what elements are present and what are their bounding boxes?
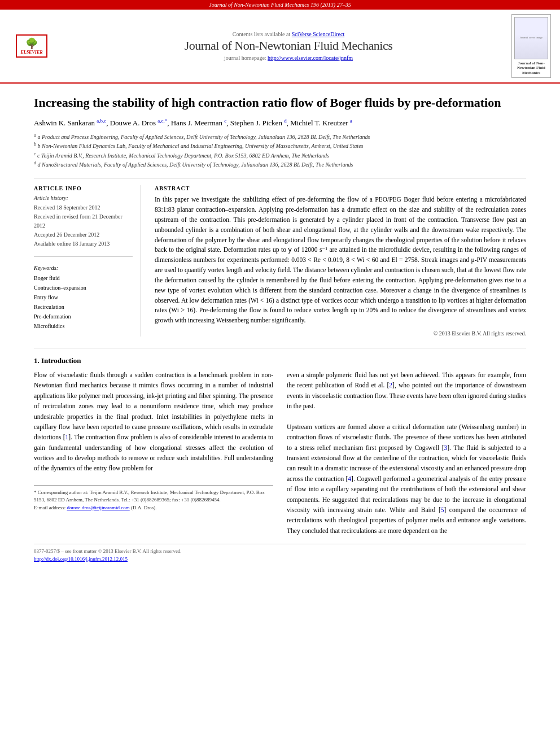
email-link[interactable]: douwe.dros@teijinaramid.com bbox=[67, 505, 129, 510]
abstract-text: In this paper we investigate the stabili… bbox=[155, 195, 526, 326]
journal-thumbnail: Journal cover image Journal of Non-Newto… bbox=[511, 14, 551, 78]
affiliation-b: b b Non-Newtonian Fluid Dynamics Lab, Fa… bbox=[34, 141, 526, 150]
abstract-section: ABSTRACT In this paper we investigate th… bbox=[155, 185, 526, 337]
intro-text-right: even a simple polymeric fluid has not ye… bbox=[287, 370, 526, 536]
keyword-2: Contraction–expansion bbox=[34, 283, 133, 292]
author-1: Ashwin K. Sankaran a,b,c bbox=[34, 119, 106, 127]
thumb-title: Journal of Non-Newtonian Fluid Mechanics bbox=[514, 61, 548, 75]
elsevier-label: ELSEVIER bbox=[20, 50, 42, 55]
keyword-1: Boger fluid bbox=[34, 273, 133, 283]
affiliations: a a Product and Process Engineering, Fac… bbox=[34, 132, 526, 169]
ref-2[interactable]: 2 bbox=[389, 382, 392, 388]
journal-citation-bar: Journal of Non-Newtonian Fluid Mechanics… bbox=[0, 0, 560, 10]
affiliation-a: a a Product and Process Engineering, Fac… bbox=[34, 132, 526, 141]
keyword-5: Pre-deformation bbox=[34, 312, 133, 321]
article-info-abstract: ARTICLE INFO Article history: Received 1… bbox=[34, 178, 526, 337]
article-info-label: ARTICLE INFO bbox=[34, 185, 133, 191]
ref-3[interactable]: 3 bbox=[444, 444, 447, 451]
sciverse-link[interactable]: SciVerse ScienceDirect bbox=[292, 31, 345, 37]
article-info-panel: ARTICLE INFO Article history: Received 1… bbox=[34, 185, 141, 337]
journal-title: Journal of Non-Newtonian Fluid Mechanics bbox=[65, 38, 511, 53]
affiliation-c: c c Teijin Aramid B.V., Research Institu… bbox=[34, 151, 526, 160]
thumb-image: Journal cover image bbox=[514, 17, 548, 59]
elsevier-logo: 🌳 ELSEVIER bbox=[9, 34, 54, 58]
intro-text-left: Flow of viscoelastic fluids through a su… bbox=[34, 370, 273, 474]
affiliation-d: d d NanoStructured Materials, Faculty of… bbox=[34, 160, 526, 169]
section-divider bbox=[34, 348, 526, 348]
keyword-6: Microfluidics bbox=[34, 321, 133, 331]
bottom-bar: 0377-0257/$ – see front matter © 2013 El… bbox=[34, 544, 526, 563]
intro-header: 1. Introduction bbox=[34, 356, 526, 365]
keywords-section: Keywords: Boger fluid Contraction–expans… bbox=[34, 265, 133, 331]
journal-header: 🌳 ELSEVIER Contents lists available at S… bbox=[0, 10, 560, 84]
doi-text: http://dx.doi.org/10.1016/j.jnnfm.2012.1… bbox=[34, 556, 526, 563]
citation-text: Journal of Non-Newtonian Fluid Mechanics… bbox=[209, 2, 351, 8]
keyword-3: Entry flow bbox=[34, 292, 133, 302]
paper-title: Increasing the stability of high contrac… bbox=[34, 95, 526, 111]
author-4: Stephen J. Picken d bbox=[230, 119, 287, 127]
ref-1[interactable]: 1 bbox=[65, 434, 69, 440]
journal-homepage: journal homepage: http://www.elsevier.co… bbox=[65, 55, 511, 61]
author-3: Hans J. Meerman c bbox=[171, 119, 227, 127]
header-center: Contents lists available at SciVerse Sci… bbox=[65, 31, 511, 61]
footnote-section: * Corresponding author at: Teijin Aramid… bbox=[34, 485, 273, 512]
ref-5[interactable]: 5 bbox=[441, 506, 444, 513]
body-col-left: Flow of viscoelastic fluids through a su… bbox=[34, 370, 273, 536]
footnote-corresponding: * Corresponding author at: Teijin Aramid… bbox=[34, 489, 273, 504]
issn-text: 0377-0257/$ – see front matter © 2013 El… bbox=[34, 548, 526, 556]
author-2: Douwe A. Dros a,c,* bbox=[110, 119, 168, 127]
history-received: Received 18 September 2012 bbox=[34, 203, 133, 212]
history-revised: Received in revised form 21 December 201… bbox=[34, 212, 133, 230]
body-two-column: Flow of viscoelastic fluids through a su… bbox=[34, 370, 526, 536]
footnote-email: E-mail address: douwe.dros@teijinaramid.… bbox=[34, 504, 273, 512]
article-history: Article history: Received 18 September 2… bbox=[34, 195, 133, 248]
history-label: Article history: bbox=[34, 195, 133, 201]
history-online: Available online 18 January 2013 bbox=[34, 239, 133, 248]
body-col-right: even a simple polymeric fluid has not ye… bbox=[287, 370, 526, 536]
doi-link[interactable]: http://dx.doi.org/10.1016/j.jnnfm.2012.1… bbox=[34, 556, 128, 562]
divider-1 bbox=[34, 256, 133, 257]
main-content: Increasing the stability of high contrac… bbox=[0, 84, 560, 574]
keywords-label: Keywords: bbox=[34, 265, 133, 271]
authors-line: Ashwin K. Sankaran a,b,c, Douwe A. Dros … bbox=[34, 118, 526, 128]
copyright: © 2013 Elsevier B.V. All rights reserved… bbox=[155, 330, 526, 337]
journal-url[interactable]: http://www.elsevier.com/locate/jnnfm bbox=[268, 55, 353, 61]
keyword-4: Recirculation bbox=[34, 302, 133, 312]
sciverse-notice: Contents lists available at SciVerse Sci… bbox=[65, 31, 511, 37]
abstract-label: ABSTRACT bbox=[155, 185, 526, 191]
author-5: Michiel T. Kreutzer a bbox=[290, 119, 352, 127]
ref-4[interactable]: 4 bbox=[348, 475, 351, 482]
history-accepted: Accepted 26 December 2012 bbox=[34, 230, 133, 239]
